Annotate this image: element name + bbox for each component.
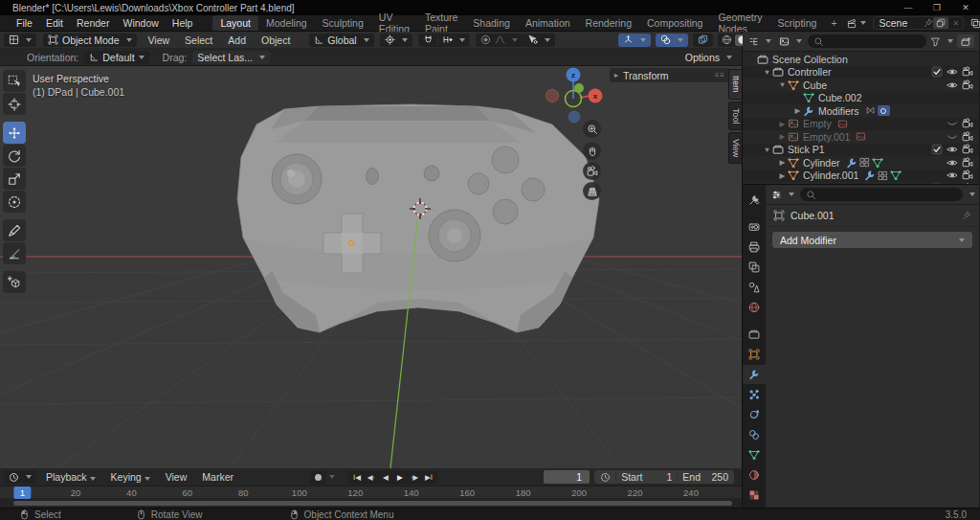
- jump-to-start-button[interactable]: Ⅰ◀: [350, 471, 364, 484]
- menu-window[interactable]: Window: [116, 17, 165, 29]
- bowtie-icon[interactable]: [865, 105, 876, 116]
- mesh-data-icon[interactable]: [872, 157, 883, 169]
- workspace-tab-modeling[interactable]: Modeling: [258, 15, 315, 31]
- close-button[interactable]: ✕: [951, 0, 980, 15]
- wrench-icon[interactable]: [846, 157, 858, 169]
- properties-tab-scene[interactable]: [743, 278, 766, 297]
- jump-to-next-keyframe-button[interactable]: ·▶: [408, 471, 421, 484]
- timeline-editor-type-button[interactable]: [4, 470, 36, 484]
- tool-scale-button[interactable]: [3, 168, 26, 190]
- jump-to-end-button[interactable]: ▶Ⅰ: [422, 471, 435, 484]
- camera-toggle-icon[interactable]: [960, 157, 975, 169]
- viewport-menu-object[interactable]: Object: [254, 34, 298, 46]
- eye-toggle-icon[interactable]: [945, 79, 960, 91]
- properties-tab-material[interactable]: [743, 465, 766, 485]
- expander-down-icon[interactable]: ▼: [777, 80, 788, 89]
- eye-toggle-icon[interactable]: [945, 170, 960, 181]
- default-orientation-dropdown[interactable]: Default: [84, 51, 148, 64]
- expander-right-icon[interactable]: ▶: [777, 171, 788, 180]
- outliner-row-scene-collection[interactable]: Scene Collection: [743, 53, 979, 66]
- current-frame-field[interactable]: 1: [544, 470, 590, 484]
- outliner-row-cylinder-001[interactable]: ▶Cylinder.001: [743, 170, 979, 183]
- camera-toggle-icon[interactable]: [960, 131, 975, 143]
- jump-to-prev-keyframe-button[interactable]: ◀·: [365, 471, 378, 484]
- sidebar-tab-tool[interactable]: Tool: [728, 102, 742, 131]
- eye-toggle-icon[interactable]: [945, 183, 960, 184]
- tool-rotate-button[interactable]: [3, 145, 26, 167]
- camera-toggle-icon[interactable]: [960, 79, 975, 91]
- properties-tab-data[interactable]: [743, 445, 766, 464]
- expander-right-icon[interactable]: ▶: [777, 120, 788, 128]
- transform-panel-header[interactable]: ▸ Transform ≡≡: [610, 68, 730, 82]
- add-modifier-button[interactable]: Add Modifier: [772, 232, 972, 248]
- outliner-row-cube[interactable]: ▼Cube: [743, 79, 979, 92]
- outliner-display-mode-button[interactable]: [777, 34, 804, 48]
- tool-move-button[interactable]: [3, 122, 26, 144]
- pivot-point-dropdown[interactable]: [380, 34, 412, 47]
- pin-id-icon[interactable]: [962, 211, 971, 220]
- tool-select-box-button[interactable]: [3, 70, 26, 92]
- use-preview-range-icon[interactable]: [600, 472, 611, 483]
- properties-tab-render[interactable]: [743, 217, 766, 237]
- timeline-menu-marker[interactable]: Marker: [194, 471, 241, 483]
- snap-with-dropdown[interactable]: [442, 34, 453, 45]
- workspace-tab-shading[interactable]: Shading: [465, 15, 518, 31]
- wrench-icon[interactable]: [864, 170, 876, 181]
- timeline-menu-playback[interactable]: Playback: [38, 471, 103, 483]
- unlink-scene-icon[interactable]: ✕: [949, 19, 964, 28]
- subsurf-toggle-icon[interactable]: [878, 105, 890, 116]
- properties-tab-modifiers[interactable]: [743, 365, 766, 384]
- eye-toggle-icon[interactable]: [945, 157, 960, 169]
- mesh-data-icon[interactable]: [890, 170, 902, 181]
- camera-toggle-icon[interactable]: [960, 118, 975, 129]
- snap-toggle-icon[interactable]: [423, 34, 434, 45]
- timeline-menu-view[interactable]: View: [158, 471, 195, 483]
- tool-annotate-button[interactable]: [3, 219, 26, 241]
- properties-tab-constraints[interactable]: [743, 425, 766, 444]
- checkbox-toggle-icon[interactable]: [929, 66, 945, 78]
- menu-file[interactable]: File: [10, 17, 39, 29]
- eye-toggle-icon[interactable]: [945, 144, 960, 155]
- outliner-row-stick-p1[interactable]: ▼Stick P1: [743, 144, 979, 157]
- workspace-tab-scripting[interactable]: Scripting: [770, 15, 825, 31]
- start-frame-field[interactable]: 1: [647, 471, 672, 483]
- workspace-tab-uv-editing[interactable]: UV Editing: [371, 15, 417, 31]
- tool-cursor-button[interactable]: [3, 93, 26, 115]
- outliner-row-empty[interactable]: ▶Empty: [743, 118, 979, 131]
- camera-toggle-icon[interactable]: [960, 144, 975, 155]
- expander-down-icon[interactable]: ▼: [762, 68, 772, 77]
- filter-icon[interactable]: [930, 36, 941, 47]
- properties-tab-texture[interactable]: [743, 486, 766, 505]
- drag-mode-dropdown[interactable]: Select Las...: [192, 51, 270, 64]
- properties-tab-view-layer[interactable]: [743, 258, 766, 277]
- expander-down-icon[interactable]: ▼: [762, 146, 772, 154]
- transform-orientation-dropdown[interactable]: Global: [309, 34, 373, 47]
- show-gizmo-toggle[interactable]: [618, 34, 651, 47]
- expander-right-icon[interactable]: ▶: [777, 158, 788, 167]
- viewport-menu-view[interactable]: View: [141, 34, 178, 46]
- properties-tab-object[interactable]: [743, 345, 766, 364]
- workspace-tab-texture-paint[interactable]: Texture Paint: [417, 15, 465, 31]
- play-button[interactable]: ▶: [393, 471, 407, 484]
- viewport-menu-select[interactable]: Select: [177, 34, 220, 46]
- image-dim-icon[interactable]: [837, 119, 848, 129]
- camera-toggle-icon[interactable]: [960, 66, 975, 78]
- workspace-tab-rendering[interactable]: Rendering: [578, 15, 639, 31]
- properties-tab-collection[interactable]: [743, 325, 766, 344]
- scene-browse-icon[interactable]: [844, 18, 869, 29]
- mode-dropdown[interactable]: Object Mode: [43, 34, 137, 47]
- modifier-stack-icon[interactable]: [878, 170, 888, 181]
- options-dropdown[interactable]: Options: [680, 51, 737, 64]
- outliner-search-input[interactable]: [808, 34, 926, 48]
- sidebar-tab-item[interactable]: Item: [728, 69, 742, 100]
- xray-toggle[interactable]: [693, 34, 713, 47]
- scene-selector[interactable]: Scene ✕: [873, 16, 965, 30]
- menu-help[interactable]: Help: [166, 17, 200, 29]
- workspace-tab-layout[interactable]: Layout: [212, 15, 258, 31]
- expander-right-icon[interactable]: ▶: [792, 106, 803, 115]
- play-reverse-button[interactable]: ◀: [379, 471, 392, 484]
- outliner-row-empty-001[interactable]: ▶Empty.001: [743, 130, 979, 144]
- workspace-tab-animation[interactable]: Animation: [518, 15, 578, 31]
- eye-closed-toggle-icon[interactable]: [945, 118, 960, 129]
- viewport-3d[interactable]: z x User Perspective (1) DPad | Cube.001: [0, 66, 742, 468]
